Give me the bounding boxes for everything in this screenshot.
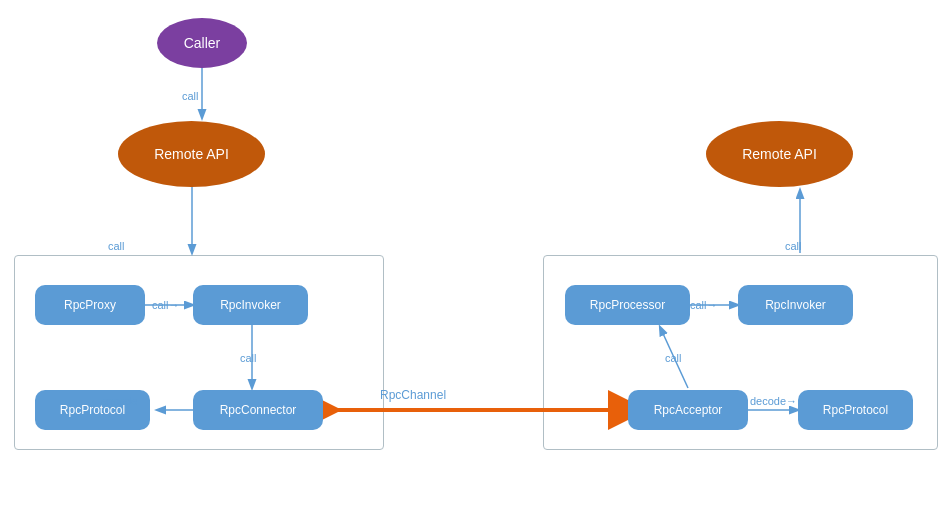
decode-label: decode→ — [750, 395, 797, 407]
call-label-2: call — [108, 240, 125, 252]
rpc-invoker-left-node: RpcInvoker — [193, 285, 308, 325]
rpc-connector-label: RpcConnector — [220, 403, 297, 417]
rpc-acceptor-node: RpcAcceptor — [628, 390, 748, 430]
call-label-7: call — [785, 240, 802, 252]
arrows-svg — [0, 0, 952, 522]
call-label-5: call→ — [690, 299, 718, 311]
call-label-3: call→ — [152, 299, 180, 311]
caller-label: Caller — [184, 35, 221, 51]
caller-node: Caller — [157, 18, 247, 68]
remote-api-right-label: Remote API — [742, 146, 817, 162]
rpc-protocol-right-label: RpcProtocol — [823, 403, 888, 417]
rpc-proxy-label: RpcProxy — [64, 298, 116, 312]
remote-api-left-node: Remote API — [118, 121, 265, 187]
call-label-4: call — [240, 352, 257, 364]
rpc-protocol-right-node: RpcProtocol — [798, 390, 913, 430]
rpc-acceptor-label: RpcAcceptor — [654, 403, 723, 417]
rpc-invoker-left-label: RpcInvoker — [220, 298, 281, 312]
encode-label: ←encode — [90, 395, 137, 407]
rpc-invoker-right-node: RpcInvoker — [738, 285, 853, 325]
rpc-channel-label: RpcChannel — [380, 388, 446, 402]
call-label-1: call — [182, 90, 199, 102]
diagram: Caller Remote API Remote API RpcProxy Rp… — [0, 0, 952, 522]
remote-api-right-node: Remote API — [706, 121, 853, 187]
rpc-processor-node: RpcProcessor — [565, 285, 690, 325]
rpc-connector-node: RpcConnector — [193, 390, 323, 430]
rpc-proxy-node: RpcProxy — [35, 285, 145, 325]
call-label-6: call — [665, 352, 682, 364]
remote-api-left-label: Remote API — [154, 146, 229, 162]
rpc-processor-label: RpcProcessor — [590, 298, 665, 312]
rpc-invoker-right-label: RpcInvoker — [765, 298, 826, 312]
